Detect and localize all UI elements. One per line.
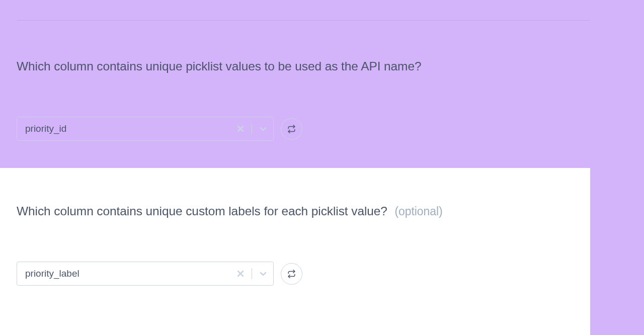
swap-button[interactable] (281, 263, 302, 285)
optional-label: (optional) (395, 205, 443, 218)
swap-icon (287, 125, 296, 133)
custom-label-select-value: priority_label (25, 268, 234, 279)
custom-label-section: Which column contains unique custom labe… (0, 168, 590, 335)
clear-icon[interactable] (234, 123, 247, 135)
custom-label-question: Which column contains unique custom labe… (17, 204, 590, 218)
chevron-down-icon[interactable] (257, 268, 269, 280)
chevron-down-icon[interactable] (257, 123, 269, 135)
clear-icon[interactable] (234, 268, 247, 280)
api-name-select-value: priority_id (25, 123, 234, 134)
custom-label-select[interactable]: priority_label (17, 262, 274, 286)
icon-divider (252, 268, 252, 279)
select-icons-group (234, 123, 269, 135)
api-name-question: Which column contains unique picklist va… (17, 59, 590, 73)
swap-button[interactable] (281, 118, 302, 140)
icon-divider (252, 123, 252, 134)
api-name-section: Which column contains unique picklist va… (17, 59, 590, 141)
api-name-controls: priority_id (17, 117, 590, 141)
custom-label-controls: priority_label (17, 262, 590, 286)
swap-icon (287, 270, 296, 278)
api-name-select[interactable]: priority_id (17, 117, 274, 141)
section-divider (17, 20, 590, 21)
custom-label-question-text: Which column contains unique custom labe… (17, 204, 387, 218)
select-icons-group (234, 268, 269, 280)
